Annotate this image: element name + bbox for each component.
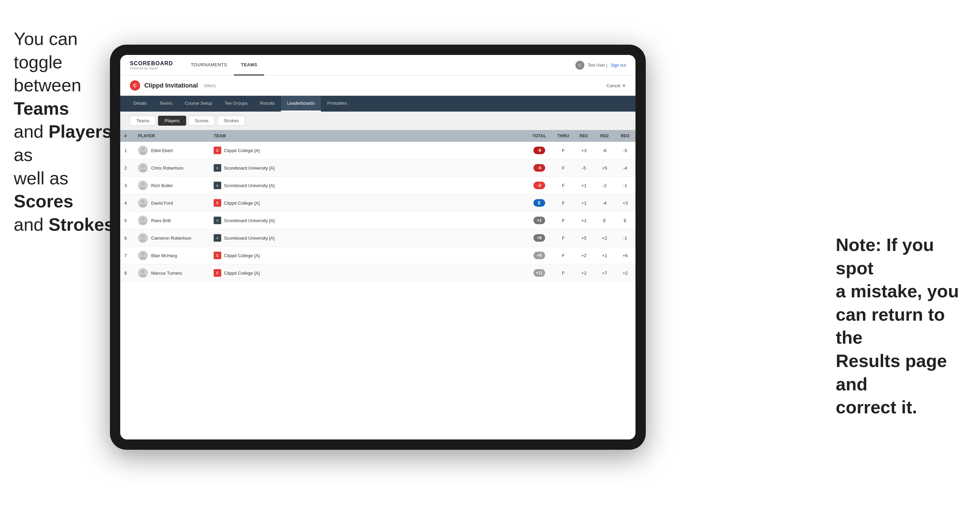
cell-rank: 4 xyxy=(120,194,134,212)
svg-point-5 xyxy=(141,217,145,221)
cell-rank: 3 xyxy=(120,177,134,194)
cell-player: Blair McHarg xyxy=(134,247,210,264)
tournament-logo: C xyxy=(130,80,140,90)
tournament-header: C Clippd Invitational (Men) Cancel ✕ xyxy=(120,76,635,96)
cell-player: Rees Britt xyxy=(134,212,210,229)
cell-rank: 6 xyxy=(120,229,134,247)
cell-team: C Clippd College [A] xyxy=(210,194,505,212)
cell-rank: 8 xyxy=(120,264,134,282)
cell-rd3: +3 xyxy=(615,194,635,212)
cell-rd3: +2 xyxy=(615,264,635,282)
player-avatar xyxy=(138,268,148,278)
svg-point-4 xyxy=(141,200,145,203)
player-avatar xyxy=(138,233,148,243)
team-logo: C xyxy=(214,252,221,259)
cell-player: Rich Butler xyxy=(134,177,210,194)
cancel-button[interactable]: Cancel ✕ xyxy=(607,83,626,88)
nav-teams[interactable]: TEAMS xyxy=(234,55,264,76)
table-row: 2 Chris Robertson ≡ Scoreboard Universit… xyxy=(120,159,635,177)
table-row: 1 Elliot Ebert C Clippd College [A] -8 F… xyxy=(120,142,635,159)
cell-total: -2 xyxy=(525,177,553,194)
tournament-title-area: C Clippd Invitational (Men) xyxy=(130,80,216,90)
cell-rd3: -4 xyxy=(615,159,635,177)
nav-tournaments[interactable]: TOURNAMENTS xyxy=(184,55,234,76)
player-avatar xyxy=(138,146,148,155)
cell-rank: 2 xyxy=(120,159,134,177)
tab-teams[interactable]: Teams xyxy=(153,96,179,111)
cell-rank: 7 xyxy=(120,247,134,264)
logo-text: SCOREBOARD xyxy=(130,60,173,67)
col-rank: # xyxy=(120,130,134,142)
cell-rd1: -5 xyxy=(574,159,594,177)
signout-link[interactable]: Sign out xyxy=(611,63,626,68)
team-logo: ≡ xyxy=(214,182,221,189)
cell-spacer xyxy=(505,229,525,247)
cell-spacer xyxy=(505,159,525,177)
team-logo: C xyxy=(214,269,221,277)
cell-rank: 1 xyxy=(120,142,134,159)
toggle-teams[interactable]: Teams xyxy=(130,116,156,125)
tab-printables[interactable]: Printables xyxy=(321,96,353,111)
leaderboard-table: # PLAYER TEAM TOTAL THRU RD1 RD2 RD3 1 xyxy=(120,130,635,282)
cell-thru: F xyxy=(553,264,574,282)
svg-point-7 xyxy=(141,252,145,256)
cell-rd2: -4 xyxy=(594,194,615,212)
cell-team: C Clippd College [A] xyxy=(210,247,505,264)
cell-rd3: E xyxy=(615,212,635,229)
team-logo: ≡ xyxy=(214,164,221,171)
cell-thru: F xyxy=(553,159,574,177)
team-logo: C xyxy=(214,147,221,154)
toggle-strokes[interactable]: Strokes xyxy=(217,116,245,125)
tab-details[interactable]: Details xyxy=(127,96,153,111)
tab-results[interactable]: Results xyxy=(254,96,281,111)
table-row: 7 Blair McHarg C Clippd College [A] +9 F… xyxy=(120,247,635,264)
player-avatar xyxy=(138,216,148,225)
cell-team: ≡ Scoreboard University [A] xyxy=(210,212,505,229)
cell-rd3: -1 xyxy=(615,229,635,247)
cell-player: Marcus Turners xyxy=(134,264,210,282)
tab-course-setup[interactable]: Course Setup xyxy=(179,96,218,111)
cell-rd2: +1 xyxy=(594,247,615,264)
cell-player: Elliot Ebert xyxy=(134,142,210,159)
cell-player: Cameron Robertson xyxy=(134,229,210,247)
table-row: 4 David Ford C Clippd College [A] E F +1… xyxy=(120,194,635,212)
cell-rd2: +5 xyxy=(594,159,615,177)
cell-rank: 5 xyxy=(120,212,134,229)
cell-team: C Clippd College [A] xyxy=(210,142,505,159)
cell-team: ≡ Scoreboard University [A] xyxy=(210,229,505,247)
cell-spacer xyxy=(505,177,525,194)
right-annotation: Note: If you spot a mistake, you can ret… xyxy=(836,233,966,419)
cell-team: C Clippd College [A] xyxy=(210,264,505,282)
table-row: 3 Rich Butler ≡ Scoreboard University [A… xyxy=(120,177,635,194)
player-avatar xyxy=(138,198,148,208)
toggle-players[interactable]: Players xyxy=(158,116,186,125)
svg-point-6 xyxy=(141,235,145,238)
cell-rd1: +3 xyxy=(574,142,594,159)
toggle-scores[interactable]: Scores xyxy=(188,116,215,125)
tournament-name: Clippd Invitational xyxy=(144,82,198,89)
cell-player: David Ford xyxy=(134,194,210,212)
cell-rd1: +1 xyxy=(574,177,594,194)
col-player: PLAYER xyxy=(134,130,210,142)
tournament-gender: (Men) xyxy=(204,83,216,88)
cell-rd3: -5 xyxy=(615,142,635,159)
nav-items: TOURNAMENTS TEAMS xyxy=(184,55,575,76)
tab-tee-groups[interactable]: Tee Groups xyxy=(218,96,254,111)
cell-rd1: +2 xyxy=(574,247,594,264)
tab-leaderboards[interactable]: Leaderboards xyxy=(281,96,321,111)
cell-player: Chris Robertson xyxy=(134,159,210,177)
cell-thru: F xyxy=(553,247,574,264)
cell-team: ≡ Scoreboard University [A] xyxy=(210,177,505,194)
tablet-device: SCOREBOARD Powered by clippd TOURNAMENTS… xyxy=(110,44,646,450)
cell-rd2: +7 xyxy=(594,264,615,282)
table-row: 8 Marcus Turners C Clippd College [A] +1… xyxy=(120,264,635,282)
team-logo: ≡ xyxy=(214,234,221,242)
cell-total: +6 xyxy=(525,229,553,247)
col-rd2: RD2 xyxy=(594,130,615,142)
cell-thru: F xyxy=(553,142,574,159)
cell-thru: F xyxy=(553,212,574,229)
user-label: Test User | xyxy=(588,63,607,68)
cell-spacer xyxy=(505,212,525,229)
col-total: TOTAL xyxy=(525,130,553,142)
cell-spacer xyxy=(505,247,525,264)
